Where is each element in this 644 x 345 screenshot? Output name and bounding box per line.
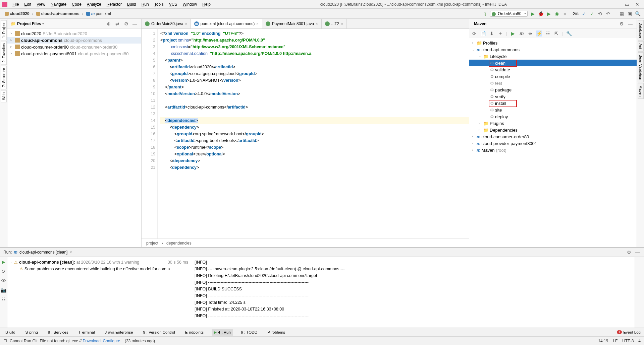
hide-panel-icon[interactable]: —	[132, 21, 138, 27]
status-icon[interactable]: ☐	[3, 339, 7, 343]
menu-analyze[interactable]: Analyze	[85, 1, 104, 8]
maven-node-cloud-api-commons[interactable]: ⌄mcloud-api-commons	[469, 46, 637, 53]
gear-icon[interactable]: ⚙	[626, 249, 632, 255]
bottom-tab-6-todo[interactable]: 6: TODO	[239, 329, 260, 335]
bottom-tab-4-run[interactable]: ▶ 4: Run	[212, 329, 233, 336]
left-tab-1-project[interactable]: 1: Project	[1, 20, 7, 40]
bottom-tab-terminal[interactable]: Terminal	[76, 329, 97, 335]
show-deps-icon[interactable]: ☷	[545, 30, 551, 37]
maven-goal-verify[interactable]: ⚙verify	[469, 93, 637, 100]
menu-edit[interactable]: Edit	[22, 1, 34, 8]
right-tab-ant[interactable]: Ant	[638, 41, 644, 52]
crumb-dependencies[interactable]: dependencies	[166, 241, 192, 246]
project-tree-item[interactable]: >cloud-api-commonscloud-api-commons	[7, 37, 141, 44]
run-config-selector[interactable]: OrderMain80	[490, 11, 528, 17]
editor-tab[interactable]: OrderMain80.java×	[142, 19, 191, 28]
breadcrumb-item[interactable]: cloud2020	[3, 11, 31, 17]
bottom-tab-build[interactable]: Build	[3, 329, 17, 335]
camera-icon[interactable]: 📷	[1, 287, 7, 293]
hide-panel-icon[interactable]: —	[627, 21, 633, 27]
line-separator[interactable]: LF	[613, 339, 618, 343]
collapse-all-icon[interactable]: ⇱	[553, 30, 559, 37]
maven-node-lifecycle[interactable]: ⌄📁Lifecycle	[469, 53, 637, 60]
maven-goal-package[interactable]: ⚙package	[469, 86, 637, 93]
bottom-tab-problems[interactable]: Problems	[265, 329, 287, 335]
wrench-icon[interactable]: 🔧	[566, 30, 572, 37]
project-tree-item[interactable]: >cloud2020F:\JetBrains\cloud2020	[7, 30, 141, 37]
reimport-icon[interactable]: ⟳	[471, 30, 477, 37]
editor-tab[interactable]: ...T2×	[322, 19, 347, 28]
toggle-view-icon[interactable]: 👁	[1, 278, 7, 284]
maven-goal-test[interactable]: ⚙test	[469, 80, 637, 86]
stop-icon[interactable]: ■	[562, 11, 568, 17]
rerun-failed-icon[interactable]: ⟳	[1, 268, 7, 274]
bottom-tab-9-version-control[interactable]: 9: Version Control	[141, 329, 177, 335]
bottom-tab-spring[interactable]: Spring	[23, 329, 40, 335]
maven-node-cloud-provider-payment8001[interactable]: ›mcloud-provider-payment8001	[469, 140, 637, 147]
configure-link[interactable]: Configure...	[103, 339, 124, 343]
maven-node-profiles[interactable]: ›📁Profiles	[469, 40, 637, 46]
project-tree[interactable]: >cloud2020F:\JetBrains\cloud2020>cloud-a…	[7, 29, 141, 58]
event-log-tab[interactable]: Event Log	[623, 330, 641, 334]
menu-run[interactable]: Run	[139, 1, 151, 8]
execute-goal-icon[interactable]: m	[519, 30, 525, 37]
download-icon[interactable]: ⬇	[489, 30, 495, 37]
menu-build[interactable]: Build	[125, 1, 139, 8]
maven-goal-validate[interactable]: ⚙validate	[469, 66, 637, 73]
run-tab-label[interactable]: cloud-api-commons [clean]	[19, 250, 67, 255]
left-tab-7-structure[interactable]: 7: Structure	[1, 66, 7, 89]
maven-goal-clean[interactable]: ⚙clean	[469, 60, 637, 66]
debug-icon[interactable]: 🐞	[538, 11, 544, 17]
git-revert-icon[interactable]: ↶	[605, 11, 611, 17]
maven-tree[interactable]: ›📁Profiles⌄mcloud-api-commons⌄📁Lifecycle…	[469, 38, 637, 247]
bottom-tab-8-services[interactable]: 8: Services	[46, 329, 70, 335]
left-tab-2-favorites[interactable]: 2: Favorites	[1, 41, 7, 65]
maven-node-plugins[interactable]: ›📁Plugins	[469, 120, 637, 127]
git-commit-icon[interactable]: ✓	[589, 11, 595, 17]
project-structure-icon[interactable]: ▦	[619, 11, 625, 17]
menu-vcs[interactable]: VCS	[167, 1, 180, 8]
toggle-skip-tests-icon[interactable]: ⚡	[536, 30, 542, 37]
project-tree-item[interactable]: >cloud-consumer-order80cloud-consumer-or…	[7, 44, 141, 50]
run-console[interactable]: [INFO][INFO] --- maven-clean-plugin:2.5:…	[191, 257, 635, 328]
maven-goal-compile[interactable]: ⚙compile	[469, 73, 637, 80]
add-icon[interactable]: ＋	[497, 30, 503, 37]
bottom-tab-endpoints[interactable]: Endpoints	[183, 329, 206, 335]
maximize-icon[interactable]: ▭	[625, 2, 629, 7]
gear-icon[interactable]: ⚙	[619, 21, 625, 27]
gear-icon[interactable]: ⚙	[123, 21, 129, 27]
locate-icon[interactable]: ⊕	[106, 21, 112, 27]
build-hammer-icon[interactable]: ⤵	[482, 11, 488, 17]
breadcrumb-item[interactable]: m pom.xml	[85, 11, 112, 17]
right-tab-bean-validation[interactable]: Bean Validation	[638, 52, 644, 82]
menu-navigate[interactable]: Navigate	[48, 1, 69, 8]
maven-goal-site[interactable]: ⚙site	[469, 107, 637, 113]
file-encoding[interactable]: UTF-8	[622, 339, 634, 343]
layout-icon[interactable]: ☷	[1, 296, 7, 302]
menu-refactor[interactable]: Refactor	[104, 1, 124, 8]
menu-help[interactable]: Help	[200, 1, 213, 8]
run-build-tree[interactable]: ⌄ ⚠ cloud-api-commons [clean]: at 2020/3…	[7, 257, 191, 328]
breadcrumb-item[interactable]: cloud-api-commons	[35, 11, 81, 17]
hide-panel-icon[interactable]: —	[635, 249, 641, 255]
editor-code[interactable]: <?xml version="1.0" encoding="UTF-8"?><p…	[158, 29, 469, 238]
minimize-icon[interactable]: —	[614, 2, 619, 7]
profiler-icon[interactable]: ◉	[554, 11, 560, 17]
menu-tools[interactable]: Tools	[152, 1, 166, 8]
menu-file[interactable]: File	[10, 1, 21, 8]
ide-settings-icon[interactable]: ▣	[627, 11, 633, 17]
maven-node-cloud-consumer-order80[interactable]: ›mcloud-consumer-order80	[469, 133, 637, 140]
menu-code[interactable]: Code	[69, 1, 84, 8]
left-tab-web[interactable]: Web	[1, 90, 7, 102]
bottom-tab-java-enterprise[interactable]: Java Enterprise	[103, 329, 135, 335]
right-tab-database[interactable]: Database	[638, 20, 644, 41]
maven-node-dependencies[interactable]: ›📁Dependencies	[469, 127, 637, 133]
close-tab-icon[interactable]: ×	[69, 250, 72, 255]
close-tab-icon[interactable]: ×	[256, 22, 258, 26]
close-tab-icon[interactable]: ×	[341, 22, 343, 26]
editor-tab[interactable]: PaymentMain8001.java×	[262, 19, 322, 28]
editor-tab[interactable]: mpom.xml (cloud-api-commons)×	[191, 19, 262, 28]
expand-all-icon[interactable]: ⇄	[114, 21, 120, 27]
right-tab-maven[interactable]: Maven	[638, 83, 644, 99]
indent-info[interactable]: 4	[638, 339, 641, 343]
